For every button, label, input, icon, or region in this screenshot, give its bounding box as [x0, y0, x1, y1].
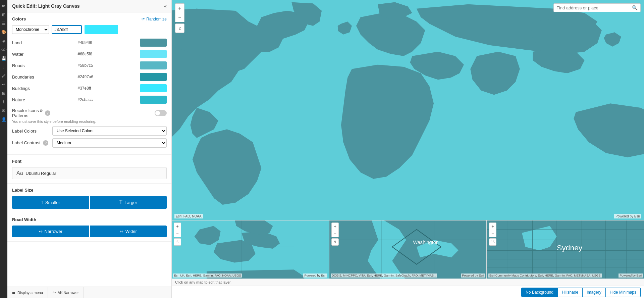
font-title-row: Font: [12, 159, 167, 164]
search-icon[interactable]: 🔍: [632, 5, 638, 10]
zoom-level-badge: 2: [175, 23, 184, 33]
monochrome-hex-input[interactable]: #37e8ff: [52, 25, 82, 34]
map-svg: [172, 0, 644, 220]
icon-edit[interactable]: ✏: [0, 3, 7, 9]
map-search-input[interactable]: [556, 5, 630, 10]
wider-button[interactable]: ⇔ Wider: [90, 226, 167, 237]
recolor-toggle[interactable]: [155, 110, 167, 116]
label-size-title: Label Size: [12, 188, 34, 193]
icon-layers[interactable]: ⊞: [0, 11, 7, 18]
color-swatch[interactable]: [140, 50, 167, 58]
icon-paint[interactable]: 🎨: [0, 29, 7, 36]
randomize-button[interactable]: ⟳ Randomize: [142, 17, 167, 21]
icon-undo[interactable]: ↩: [0, 81, 7, 88]
larger-label: Larger: [124, 200, 137, 205]
zoom-out-button[interactable]: −: [175, 13, 184, 22]
color-label: Boundaries: [12, 74, 42, 80]
monochrome-swatch[interactable]: [85, 25, 118, 34]
color-row-land: Land #4b949f: [12, 37, 167, 48]
display-menu-label: Display a menu: [17, 291, 43, 295]
mini-map-1[interactable]: + − 5 Esri UK, Esri, HERE, Garmin, FAO, …: [172, 220, 329, 279]
mini-zoom-in-1[interactable]: +: [174, 222, 181, 230]
ak-narrower-button[interactable]: ⇔ AK Narrower: [48, 287, 84, 298]
mini-attribution-right-2: Powered by Esri: [461, 274, 485, 278]
svg-text:Washington: Washington: [413, 240, 439, 245]
icon-apps[interactable]: ⊞: [0, 90, 7, 97]
label-colors-select[interactable]: Use Selected Colors Follow Map Custom: [52, 126, 167, 136]
svg-rect-5: [329, 220, 486, 279]
collapse-icon[interactable]: «: [164, 3, 167, 9]
color-swatch[interactable]: [140, 73, 167, 81]
icon-download[interactable]: ↓: [0, 64, 7, 70]
color-swatch[interactable]: [140, 84, 167, 92]
mini-zoom-in-3[interactable]: +: [489, 222, 496, 230]
mini-map-2[interactable]: Washington + − 9 DCGIS, M-NCPPC, VITA, E…: [329, 220, 487, 279]
color-label: Roads: [12, 63, 42, 68]
click-hint: Click on any map to edit that layer.: [172, 279, 644, 286]
smaller-label: Smaller: [45, 200, 60, 205]
toggle-knob: [155, 111, 160, 115]
zoom-controls: + − 2: [175, 3, 184, 33]
mini-map-2-svg: Washington: [329, 220, 486, 279]
mini-map-3[interactable]: Sydney + − 15 Esri Community Maps Contri…: [487, 220, 644, 279]
color-label: Land: [12, 40, 42, 45]
icon-mail[interactable]: ✉: [0, 107, 7, 114]
color-swatch[interactable]: [140, 39, 167, 47]
label-size-title-row: Label Size: [12, 188, 167, 193]
color-label: Water: [12, 52, 42, 57]
basemap-btn-imagery[interactable]: Imagery: [583, 288, 605, 297]
icon-user[interactable]: 👤: [0, 116, 7, 123]
larger-icon: T: [119, 199, 123, 205]
icon-draw[interactable]: 🖊: [0, 72, 7, 79]
mini-zoom-controls-2: + − 9: [331, 222, 339, 246]
smaller-button[interactable]: T Smaller: [12, 196, 89, 209]
main-map[interactable]: 🔍 + − 2 Esri, FAO, NOAA Powered by Esri: [172, 0, 644, 220]
mini-zoom-out-1[interactable]: −: [174, 230, 181, 237]
basemap-buttons: No BackgroundHillshadeImageryHide Minima…: [521, 288, 641, 297]
basemap-btn-no-background[interactable]: No Background: [521, 288, 558, 297]
mini-map-1-svg: [172, 220, 329, 279]
icon-info[interactable]: ℹ: [0, 99, 7, 105]
mini-attribution-left-2: DCGIS, M-NCPPC, VITA, Esri, HERE, Garmin…: [331, 274, 437, 278]
recolor-row: Recolor Icons &Patterns ?: [12, 105, 167, 119]
icon-save[interactable]: 💾: [0, 55, 7, 62]
mini-zoom-level-3: 15: [489, 238, 496, 246]
basemap-btn-hillshade[interactable]: Hillshade: [558, 288, 583, 297]
mini-zoom-level-1: 5: [174, 238, 181, 246]
icon-legend[interactable]: ☰: [0, 20, 7, 27]
colors-section: Colors ⟳ Randomize Monochrome #37e8ff La…: [7, 12, 171, 155]
color-row-buildings: Buildings #37e8ff: [12, 83, 167, 94]
monochrome-select[interactable]: Monochrome: [12, 25, 49, 34]
mini-zoom-out-3[interactable]: −: [489, 230, 496, 237]
narrower-icon: ⇔: [39, 229, 43, 234]
mini-zoom-controls-1: + − 5: [174, 222, 181, 246]
recolor-label-text: Recolor Icons &Patterns: [12, 108, 43, 118]
zoom-in-button[interactable]: +: [175, 3, 184, 13]
mini-zoom-level-2: 9: [331, 238, 339, 246]
mini-zoom-in-2[interactable]: +: [331, 222, 339, 230]
recolor-help-icon[interactable]: ?: [45, 110, 50, 116]
basemap-btn-hide-minimaps[interactable]: Hide Minimaps: [606, 288, 641, 297]
font-preview[interactable]: Aa Ubuntu Regular: [12, 167, 167, 179]
map-attribution-left: Esri, FAO, NOAA: [174, 214, 203, 218]
color-hex: #2cbacc: [78, 97, 105, 102]
icon-styles[interactable]: ◈: [0, 38, 7, 44]
color-hex: #37e8ff: [78, 86, 105, 91]
mini-attribution-left-3: Esri Community Maps Contributors, Esri, …: [488, 274, 602, 278]
larger-button[interactable]: T Larger: [90, 196, 167, 209]
narrower-button[interactable]: ⇔ Narrower: [12, 226, 89, 237]
mini-attribution-right-1: Powered by Esri: [303, 274, 327, 278]
color-hex: #68e5f8: [78, 52, 105, 56]
colors-section-title: Colors: [12, 16, 26, 21]
icon-code[interactable]: </>: [0, 46, 7, 53]
label-contrast-select[interactable]: Low Medium High: [52, 138, 167, 148]
color-swatch[interactable]: [140, 61, 167, 69]
font-preview-name: Ubuntu Regular: [26, 171, 56, 176]
mini-zoom-controls-3: + − 15: [489, 222, 496, 246]
color-swatch[interactable]: [140, 96, 167, 104]
display-menu-button[interactable]: ☰ Display a menu: [7, 287, 48, 298]
label-contrast-help-icon[interactable]: ?: [43, 140, 48, 146]
randomize-label: Randomize: [146, 17, 167, 21]
font-section: Font Aa Ubuntu Regular: [7, 155, 171, 184]
mini-zoom-out-2[interactable]: −: [331, 230, 339, 237]
